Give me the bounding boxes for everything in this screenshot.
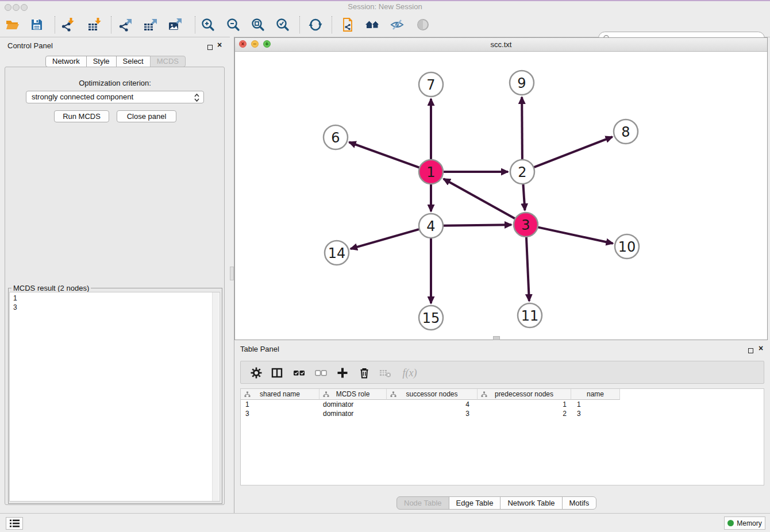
graph-edge-2-8[interactable] xyxy=(534,137,613,167)
zoom-selected-button[interactable] xyxy=(273,16,292,33)
run-mcds-button[interactable]: Run MCDS xyxy=(54,110,109,122)
panel-splitter[interactable] xyxy=(230,37,234,513)
deselect-all-button[interactable] xyxy=(313,366,328,380)
export-network-button[interactable] xyxy=(116,16,135,33)
table-cell[interactable]: 4 xyxy=(387,400,478,409)
tab-node-table[interactable]: Node Table xyxy=(396,496,449,510)
hide-view-button[interactable] xyxy=(387,16,407,33)
column-header-successor-nodes[interactable]: successor nodes xyxy=(387,389,478,400)
import-table-button[interactable] xyxy=(85,16,105,33)
column-type-icon xyxy=(323,391,329,398)
zoom-in-icon xyxy=(201,17,215,32)
column-header-mcds-role[interactable]: MCDS role xyxy=(319,389,387,400)
view-close-icon[interactable]: × xyxy=(239,40,247,48)
view-maximize-icon[interactable]: + xyxy=(263,40,271,48)
control-panel: Control Panel × Network Style Select MCD… xyxy=(0,37,230,513)
graph-edge-3-1[interactable] xyxy=(444,179,515,219)
toolbar-divider xyxy=(111,16,111,33)
graph-node-label: 8 xyxy=(621,124,630,140)
view-resize-handle[interactable] xyxy=(493,336,500,340)
network-window-title: scc.txt xyxy=(235,40,767,49)
table-panel-title: Table Panel xyxy=(240,345,279,353)
delete-table-button-disabled xyxy=(378,366,392,380)
import-table-icon xyxy=(87,17,102,32)
table-cell[interactable]: 3 xyxy=(387,409,478,418)
network-window-titlebar[interactable]: scc.txt × − + xyxy=(235,38,767,52)
select-stepper-icon xyxy=(194,93,199,102)
graph-edge-4-3[interactable] xyxy=(443,225,511,225)
tab-mcds[interactable]: MCDS xyxy=(150,56,186,67)
unchecked-boxes-icon xyxy=(315,367,327,379)
open-file-button[interactable] xyxy=(3,16,22,33)
memory-button[interactable]: Memory xyxy=(724,516,765,530)
close-panel-button[interactable]: Close panel xyxy=(117,110,176,122)
view-minimize-icon[interactable]: − xyxy=(251,40,259,48)
save-session-button[interactable] xyxy=(27,16,47,33)
column-layout-button[interactable] xyxy=(270,366,284,380)
graph-edge-3-10[interactable] xyxy=(538,227,613,243)
tab-network[interactable]: Network xyxy=(45,56,87,67)
result-scrollbar[interactable] xyxy=(212,292,219,501)
refresh-layout-button[interactable] xyxy=(306,16,325,33)
column-settings-button[interactable] xyxy=(249,366,264,380)
mcds-result-title: MCDS result (2 nodes) xyxy=(11,284,91,292)
zoom-out-icon xyxy=(226,17,241,32)
column-header-name[interactable]: name xyxy=(571,389,620,400)
create-network-view-button[interactable] xyxy=(337,16,357,33)
table-cell[interactable]: 3 xyxy=(241,409,319,418)
table-toolbar: f(x) xyxy=(240,361,764,384)
zoom-fit-button[interactable] xyxy=(248,16,268,33)
view-disabled-button xyxy=(413,16,433,33)
table-cell[interactable]: 1 xyxy=(241,400,319,409)
network-canvas[interactable]: 7968124314101511 xyxy=(235,51,767,340)
import-network-button[interactable] xyxy=(58,16,78,33)
close-panel-icon[interactable]: × xyxy=(217,42,222,48)
table-cell[interactable]: 1 xyxy=(478,400,571,409)
graph-node-label: 15 xyxy=(422,310,440,326)
zoom-in-button[interactable] xyxy=(198,16,218,33)
add-row-button[interactable] xyxy=(335,366,350,380)
document-network-icon xyxy=(340,17,355,32)
table-cell[interactable]: 2 xyxy=(478,409,571,418)
table-row[interactable]: 1dominator411 xyxy=(241,400,764,409)
trash-icon xyxy=(359,367,370,379)
show-all-views-button[interactable] xyxy=(363,16,382,33)
network-graph[interactable]: 7968124314101511 xyxy=(235,51,767,340)
float-panel-icon[interactable] xyxy=(207,42,213,52)
tab-edge-table[interactable]: Edge Table xyxy=(449,496,501,510)
gear-icon xyxy=(250,367,263,379)
graph-edge-3-11[interactable] xyxy=(526,237,529,301)
tab-motifs[interactable]: Motifs xyxy=(562,496,597,510)
delete-row-button[interactable] xyxy=(357,366,372,380)
control-panel-tabs: Network Style Select MCDS xyxy=(45,56,186,67)
graph-edge-4-14[interactable] xyxy=(351,229,419,249)
optimization-criterion-select[interactable]: strongly connected component xyxy=(26,91,204,103)
graph-edge-2-9[interactable] xyxy=(522,97,522,160)
column-header-predecessor-nodes[interactable]: predecessor nodes xyxy=(478,389,571,400)
float-table-panel-icon[interactable] xyxy=(748,345,753,356)
export-image-button[interactable] xyxy=(165,16,185,33)
table-cell[interactable]: 1 xyxy=(571,400,620,409)
tab-select[interactable]: Select xyxy=(116,56,151,67)
export-table-button[interactable] xyxy=(141,16,160,33)
tab-style[interactable]: Style xyxy=(86,56,117,67)
close-table-panel-icon[interactable]: × xyxy=(759,345,763,351)
zoom-out-button[interactable] xyxy=(224,16,243,33)
table-header-row: shared name MCDS role successor nodes xyxy=(241,389,764,400)
splitter-handle[interactable] xyxy=(230,267,234,280)
zoom-fit-icon xyxy=(251,17,265,32)
table-cell[interactable]: dominator xyxy=(319,409,387,418)
column-header-shared-name[interactable]: shared name xyxy=(241,389,319,400)
table-row[interactable]: 3dominator323 xyxy=(241,409,764,418)
table-cell[interactable]: dominator xyxy=(319,400,387,409)
toolbar-divider xyxy=(55,16,55,33)
export-image-icon xyxy=(168,17,183,32)
graph-edge-1-6[interactable] xyxy=(349,142,420,168)
table-cell[interactable]: 3 xyxy=(571,409,620,418)
select-all-button[interactable] xyxy=(291,366,306,380)
task-history-button[interactable] xyxy=(6,517,23,530)
save-floppy-icon xyxy=(29,17,44,32)
tab-network-table[interactable]: Network Table xyxy=(500,496,562,510)
fx-icon: f(x) xyxy=(403,367,417,379)
graph-edge-2-3[interactable] xyxy=(523,184,525,210)
